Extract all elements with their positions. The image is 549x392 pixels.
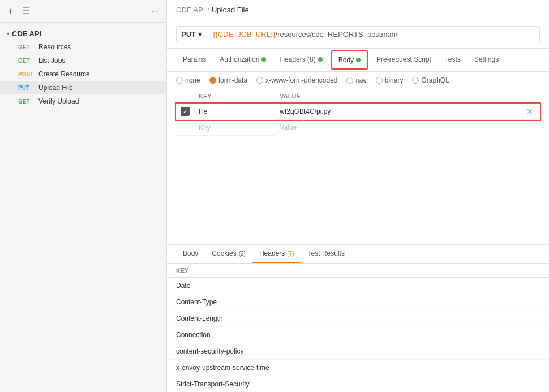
method-label: PUT [181, 30, 196, 38]
tab-tests[interactable]: Tests [438, 51, 467, 69]
sidebar-item-create-resource[interactable]: POST Create Resource [0, 67, 166, 81]
radio-graphql-icon [412, 77, 419, 84]
body-options: none form-data x-www-form-urlencoded raw… [167, 72, 549, 89]
list-item: Content-Length [167, 311, 549, 327]
value-cell-empty[interactable]: Value [275, 120, 540, 135]
tab-pre-request-label: Pre-request Script [376, 55, 431, 63]
tab-headers[interactable]: Headers (8) [273, 51, 329, 69]
option-graphql-label: GraphQL [421, 76, 449, 84]
collection-name: CDE API [12, 29, 41, 38]
option-form-data-label: form-data [218, 76, 247, 84]
option-binary[interactable]: binary [376, 76, 404, 84]
header-key-cell: Date [167, 278, 549, 294]
header-key-cell: Strict-Transport-Security [167, 376, 549, 393]
response-section: Body Cookies (2) Headers (7) Test Result… [167, 244, 549, 392]
resp-tab-body-label: Body [183, 249, 198, 257]
headers-response-table-area: KEY DateContent-TypeContent-LengthConnec… [167, 264, 549, 392]
tab-settings[interactable]: Settings [467, 51, 505, 69]
tab-authorization-label: Authorization [220, 55, 259, 63]
more-button[interactable]: ··· [149, 5, 161, 18]
chevron-down-icon: ▾ [7, 31, 10, 37]
cookies-badge: (2) [239, 251, 246, 257]
radio-form-data-icon [209, 77, 216, 84]
method-badge-get: GET [18, 98, 35, 105]
resp-tab-cookies-label: Cookies [212, 249, 236, 257]
headers-response-badge: (7) [287, 251, 294, 257]
tab-body[interactable]: Body [331, 50, 368, 70]
tab-params-label: Params [183, 55, 206, 63]
resp-tab-headers[interactable]: Headers (7) [252, 245, 301, 263]
option-binary-label: binary [385, 76, 404, 84]
option-urlencoded[interactable]: x-www-form-urlencoded [256, 76, 337, 84]
nav-item-label: Create Resource [38, 70, 90, 78]
add-button[interactable]: + [6, 5, 15, 18]
option-raw[interactable]: raw [346, 76, 366, 84]
headers-col-header: KEY [167, 264, 549, 278]
radio-binary-icon [376, 77, 383, 84]
menu-button[interactable]: ☰ [20, 5, 32, 18]
main-panel: CDE API / Upload File PUT ▾ {{CDE_JOB_UR… [167, 0, 549, 392]
resp-tab-headers-label: Headers [259, 249, 285, 257]
sidebar-header-left: + ☰ [6, 5, 32, 18]
url-prefix: {{CDE_JOB_URL}} [213, 30, 276, 38]
header-key-cell: x-envoy-upstream-service-time [167, 360, 549, 376]
nav-item-label: Upload File [38, 84, 73, 92]
value-cell[interactable]: wf2qGBt4C/pi.py ✕ [275, 104, 540, 120]
response-tabs: Body Cookies (2) Headers (7) Test Result… [167, 245, 549, 264]
resp-tab-test-results[interactable]: Test Results [301, 245, 351, 263]
option-raw-label: raw [355, 76, 366, 84]
authorization-dot [261, 57, 266, 62]
list-item: Connection [167, 327, 549, 343]
check-icon: ✓ [183, 108, 188, 115]
delete-row-button[interactable]: ✕ [524, 107, 535, 116]
checkbox-cell[interactable]: ✓ [176, 104, 194, 120]
collection-item[interactable]: ▾ CDE API [0, 27, 166, 40]
resp-tab-cookies[interactable]: Cookies (2) [205, 245, 252, 263]
sidebar-item-list-jobs[interactable]: GET List Jobs [0, 54, 166, 67]
url-suffix: /resources/cde_REPORTS_postman/ [276, 30, 398, 38]
col-value-header: VALUE [275, 89, 540, 104]
tab-pre-request[interactable]: Pre-request Script [370, 51, 438, 69]
tab-tests-label: Tests [445, 55, 461, 63]
option-graphql[interactable]: GraphQL [412, 76, 449, 84]
resp-tab-test-results-label: Test Results [308, 249, 345, 257]
resp-tab-body[interactable]: Body [176, 245, 205, 263]
method-badge-put: PUT [18, 85, 35, 91]
row-checkbox[interactable]: ✓ [181, 107, 190, 116]
sidebar-item-upload-file[interactable]: PUT Upload File [0, 81, 166, 94]
header-key-cell: Content-Length [167, 311, 549, 327]
list-item: x-envoy-upstream-service-time [167, 360, 549, 376]
tab-settings-label: Settings [474, 55, 499, 63]
url-bar[interactable]: {{CDE_JOB_URL}}/resources/cde_REPORTS_po… [207, 26, 540, 42]
key-cell-empty[interactable]: Key [194, 120, 275, 135]
list-item: Content-Type [167, 294, 549, 311]
nav-item-label: Resources [38, 43, 71, 51]
tab-params[interactable]: Params [176, 51, 213, 69]
sidebar-item-verify-upload[interactable]: GET Verify Upload [0, 94, 166, 108]
option-none[interactable]: none [176, 76, 200, 84]
kv-table-area: KEY VALUE ✓ file wf2qGBt4C/pi. [167, 89, 549, 244]
headers-dot [318, 57, 323, 62]
method-chevron-icon: ▾ [198, 30, 202, 38]
key-cell[interactable]: file [194, 104, 275, 120]
top-bar: CDE API / Upload File [167, 0, 549, 20]
value-placeholder: Value [280, 123, 297, 131]
tab-headers-label: Headers (8) [280, 55, 315, 63]
sidebar-item-resources[interactable]: GET Resources [0, 40, 166, 54]
method-badge-get: GET [18, 44, 35, 50]
breadcrumb-parent: CDE API [176, 6, 205, 14]
radio-urlencoded-icon [256, 77, 263, 84]
request-tabs: Params Authorization Headers (8) Body Pr… [167, 49, 549, 72]
checkbox-cell-empty [176, 120, 194, 135]
table-row-empty: Key Value [176, 120, 540, 135]
tab-authorization[interactable]: Authorization [213, 51, 273, 69]
body-dot [356, 58, 361, 62]
option-form-data[interactable]: form-data [209, 76, 247, 84]
sidebar-content: ▾ CDE API GET Resources GET List Jobs PO… [0, 23, 166, 113]
method-select[interactable]: PUT ▾ [176, 26, 207, 42]
col-key-header: KEY [194, 89, 275, 104]
radio-raw-icon [346, 77, 353, 84]
header-key-cell: Content-Type [167, 294, 549, 311]
breadcrumb-separator: / [207, 6, 209, 14]
kv-table: KEY VALUE ✓ file wf2qGBt4C/pi. [176, 89, 540, 136]
